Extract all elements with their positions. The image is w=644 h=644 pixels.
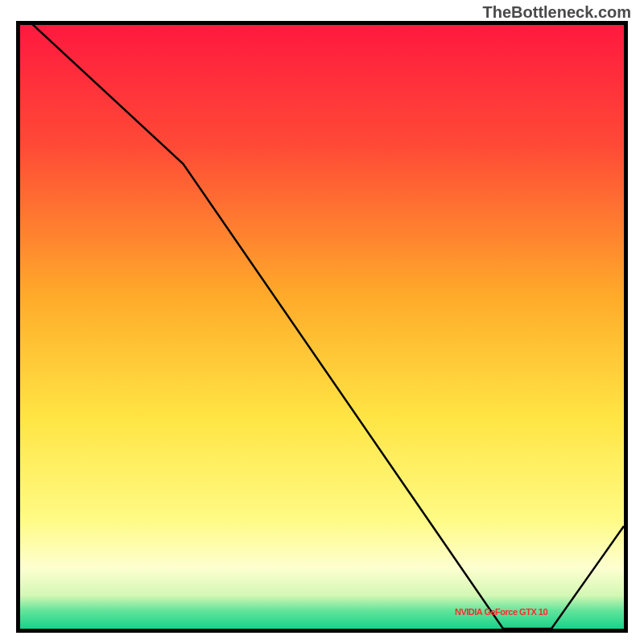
attribution-label: TheBottleneck.com bbox=[483, 3, 631, 22]
chart-container: TheBottleneck.com NVIDIA GeForce GTX 10 bbox=[0, 0, 644, 644]
chart-annotation: NVIDIA GeForce GTX 10 bbox=[455, 607, 547, 617]
heatmap-background bbox=[20, 25, 624, 629]
chart-svg bbox=[20, 25, 624, 629]
plot-area: NVIDIA GeForce GTX 10 bbox=[16, 21, 628, 633]
